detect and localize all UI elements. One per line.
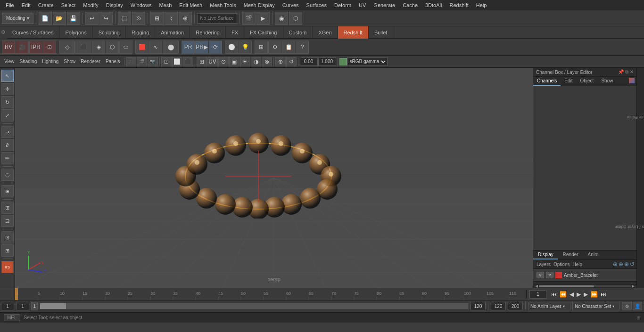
mel-label[interactable]: MEL bbox=[4, 314, 20, 321]
menu-curves[interactable]: Curves bbox=[279, 1, 303, 9]
shelf-icon-2[interactable]: 🎥 bbox=[16, 40, 29, 54]
menu-deform[interactable]: Deform bbox=[330, 1, 355, 9]
tab-xgen[interactable]: XGen bbox=[313, 26, 338, 39]
shelf-icon-4[interactable]: ⊡ bbox=[43, 40, 56, 54]
menu-surfaces[interactable]: Surfaces bbox=[303, 1, 330, 9]
vp-light-btn[interactable]: ☀ bbox=[240, 57, 250, 66]
viewport-zoom-input[interactable] bbox=[300, 57, 318, 66]
cb-float-icon[interactable]: ⧉ bbox=[625, 69, 628, 75]
tab-bullet[interactable]: Bullet bbox=[369, 26, 394, 39]
isolate-btn[interactable]: ◉ bbox=[275, 12, 288, 25]
layers-menu[interactable]: Layers bbox=[535, 261, 552, 267]
anim-char-icon[interactable]: 👤 bbox=[633, 302, 642, 310]
vp-wire[interactable]: ⬜ bbox=[172, 57, 182, 66]
menu-file[interactable]: File bbox=[2, 1, 18, 9]
tab-fx[interactable]: FX bbox=[226, 26, 244, 39]
vp-icon-cam2[interactable]: 📷 bbox=[148, 57, 158, 66]
menu-mesh-tools[interactable]: Mesh Tools bbox=[206, 1, 239, 9]
status-right-icon[interactable]: ⊞ bbox=[636, 315, 640, 320]
cb-pin-icon[interactable]: 📌 bbox=[618, 69, 624, 75]
vp-refresh[interactable]: ↺ bbox=[286, 57, 297, 66]
shelf-icon-5[interactable]: ◇ bbox=[59, 40, 75, 54]
anim-end-input[interactable] bbox=[491, 302, 506, 310]
cb-tab-channels[interactable]: Channels bbox=[533, 77, 561, 86]
shading-menu[interactable]: Shading bbox=[17, 58, 40, 65]
vp-xray[interactable]: ⊙ bbox=[218, 57, 229, 66]
anim-settings-icon[interactable]: ⚙ bbox=[622, 302, 632, 310]
vp-shadow-btn[interactable]: ◑ bbox=[251, 57, 261, 66]
layer-add-btn[interactable]: ⊕ bbox=[613, 261, 618, 267]
cb-tab-object[interactable]: Object bbox=[577, 77, 598, 86]
shelf-options-icon[interactable]: ⚙ bbox=[0, 26, 7, 39]
layer-add3-btn[interactable]: ⊕ bbox=[624, 261, 629, 267]
shelf-icon-pr2[interactable]: PR▶ bbox=[195, 40, 208, 54]
menu-mesh[interactable]: Mesh bbox=[155, 1, 175, 9]
layer-add2-btn[interactable]: ⊕ bbox=[619, 261, 623, 267]
menu-edit[interactable]: Edit bbox=[18, 1, 34, 9]
save-btn[interactable]: 💾 bbox=[67, 12, 80, 25]
shelf-icon-10[interactable]: 🟥 bbox=[135, 40, 149, 54]
shelf-icon-1[interactable]: RV bbox=[2, 40, 15, 54]
lighting-menu[interactable]: Lighting bbox=[40, 58, 61, 65]
shelf-icon-node[interactable]: ⊞ bbox=[255, 40, 268, 54]
menu-modify[interactable]: Modify bbox=[79, 1, 102, 9]
new-scene-btn[interactable]: 📄 bbox=[39, 12, 52, 25]
redo-btn[interactable]: ↪ bbox=[99, 12, 113, 25]
options-menu[interactable]: Options bbox=[552, 261, 571, 267]
cb-tab-edit[interactable]: Edit bbox=[561, 77, 576, 86]
scale-tool-btn[interactable]: ⤢ bbox=[1, 109, 14, 121]
tab-animation[interactable]: Animation bbox=[155, 26, 190, 39]
no-anim-layer-dropdown[interactable]: No Anim Layer ▾ bbox=[528, 302, 570, 310]
cb-tab-show[interactable]: Show bbox=[597, 77, 617, 86]
shelf-icon-log[interactable]: 📋 bbox=[282, 40, 295, 54]
grid-btn[interactable]: ⊞ bbox=[1, 202, 14, 214]
menu-create[interactable]: Create bbox=[34, 1, 58, 9]
panels-menu[interactable]: Panels bbox=[103, 58, 123, 65]
vp-ao-btn[interactable]: ⊗ bbox=[262, 57, 272, 66]
show-menu[interactable]: Show bbox=[61, 58, 78, 65]
snap-rotate-btn[interactable]: ◌ bbox=[1, 169, 14, 181]
play-btn[interactable]: ▶ bbox=[576, 291, 582, 298]
layer-playback-btn[interactable]: P bbox=[546, 272, 553, 278]
tab-curves-surfaces[interactable]: Curves / Surfaces bbox=[7, 26, 59, 39]
edge-btn[interactable]: ⊞ bbox=[1, 244, 14, 257]
shelf-icon-6[interactable]: ⬛ bbox=[75, 40, 91, 54]
layer-tab-anim[interactable]: Anim bbox=[583, 251, 603, 259]
tab-rendering[interactable]: Rendering bbox=[190, 26, 226, 39]
menu-3dtoall[interactable]: 3DtoAll bbox=[421, 1, 446, 9]
layer-tab-render[interactable]: Render bbox=[558, 251, 583, 259]
no-char-set-dropdown[interactable]: No Character Set ▾ bbox=[572, 302, 619, 310]
uv-layout-btn[interactable]: ⊟ bbox=[1, 215, 14, 227]
layer-tab-display[interactable]: Display bbox=[533, 251, 558, 259]
tab-polygons[interactable]: Polygons bbox=[59, 26, 92, 39]
range-thumb[interactable] bbox=[40, 303, 66, 309]
goto-start-btn[interactable]: ⏮ bbox=[550, 291, 558, 298]
lasso-btn[interactable]: ⊙ bbox=[132, 12, 145, 25]
vp-select-mode[interactable]: ⊡ bbox=[161, 57, 172, 66]
shelf-icon-help[interactable]: ? bbox=[296, 40, 309, 54]
attribute-editor-strip[interactable]: Attribute Editor Channel Box / Layer Edi… bbox=[636, 68, 644, 288]
frame-start-input[interactable] bbox=[1, 302, 14, 310]
range-slider[interactable] bbox=[40, 303, 469, 309]
snap-curve-btn[interactable]: ⌇ bbox=[165, 12, 178, 25]
ipr-btn[interactable]: ▶ bbox=[256, 12, 270, 25]
next-frame-btn[interactable]: ▶ bbox=[583, 291, 589, 298]
shelf-icon-12[interactable]: ⬤ bbox=[163, 40, 179, 54]
scroll-thumb[interactable] bbox=[539, 285, 594, 287]
shelf-icon-ipr[interactable]: IPR bbox=[29, 40, 42, 54]
layer-visibility-btn[interactable]: V bbox=[537, 272, 544, 278]
menu-windows[interactable]: Windows bbox=[127, 1, 156, 9]
menu-generate[interactable]: Generate bbox=[370, 1, 399, 9]
tab-rigging[interactable]: Rigging bbox=[126, 26, 155, 39]
renderer-menu[interactable]: Renderer bbox=[78, 58, 103, 65]
scroll-left-icon[interactable]: ◀ bbox=[534, 284, 539, 288]
vp-grid-icon[interactable]: ⊞ bbox=[197, 57, 207, 66]
shelf-icon-9[interactable]: ⬭ bbox=[119, 40, 132, 54]
snap-grid-btn[interactable]: ⊞ bbox=[150, 12, 164, 25]
snap-point-btn[interactable]: ⊕ bbox=[179, 12, 192, 25]
scroll-right-icon[interactable]: ▶ bbox=[631, 284, 636, 288]
render-view-btn[interactable]: 🎬 bbox=[242, 12, 256, 25]
vertex-btn[interactable]: ⊡ bbox=[1, 231, 14, 243]
prev-frame-btn[interactable]: ◀ bbox=[569, 291, 575, 298]
vp-icon-film[interactable]: 🎬 bbox=[137, 57, 147, 66]
